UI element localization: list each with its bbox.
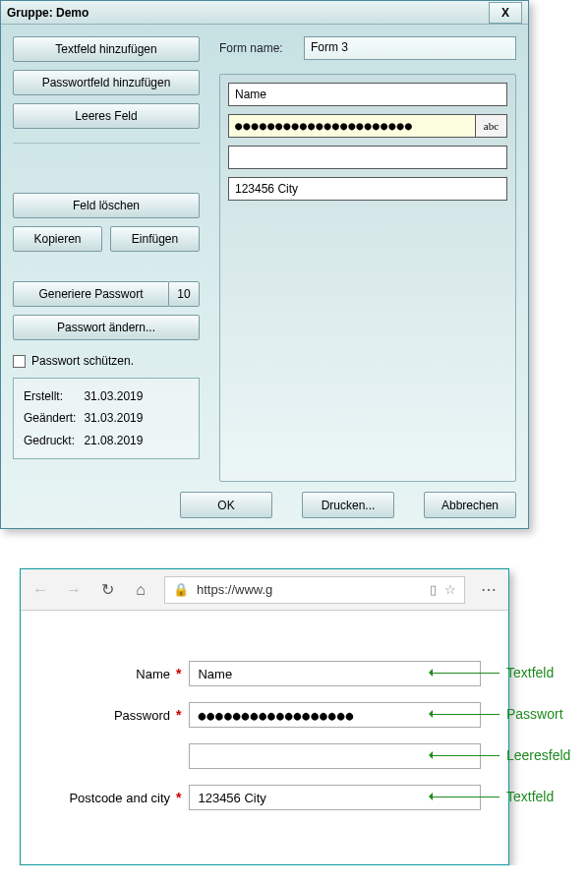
password-label: Password <box>48 708 176 723</box>
created-value: 31.03.2019 <box>84 386 143 406</box>
metadata-box: Erstellt:31.03.2019 Geändert:31.03.2019 … <box>13 378 200 459</box>
browser-page: Name * Password * * Postcode and city * <box>21 611 508 864</box>
empty-input[interactable] <box>189 743 481 769</box>
text-field-row[interactable]: 123456 City <box>228 177 507 201</box>
empty-field-row[interactable] <box>228 146 507 169</box>
changed-label: Geändert: <box>24 408 82 428</box>
required-icon: * <box>176 790 189 805</box>
form-name-label: Form name: <box>219 41 288 55</box>
form-editor-dialog: Gruppe: Demo X Textfeld hinzufügen Passw… <box>0 0 529 529</box>
sidebar: Textfeld hinzufügen Passwortfeld hinzufü… <box>13 36 200 482</box>
browser-toolbar: ← → ↻ ⌂ 🔒 https://www.g ▯ ☆ ⋯ <box>21 569 508 611</box>
password-masked: ●●●●●●●●●●●●●●●●●●●●●● <box>235 119 413 133</box>
name-label: Name <box>48 667 176 681</box>
change-password-button[interactable]: Passwort ändern... <box>13 315 200 340</box>
required-icon: * <box>176 707 189 723</box>
annotation-arrow <box>431 673 500 674</box>
add-passwordfield-button[interactable]: Passwortfeld hinzufügen <box>13 70 200 95</box>
protect-password-checkbox[interactable] <box>13 355 26 368</box>
paste-button[interactable]: Einfügen <box>110 226 200 252</box>
field-list: Name ●●●●●●●●●●●●●●●●●●●●●● abc 123456 C… <box>219 74 516 482</box>
postcode-city-input[interactable] <box>189 785 481 810</box>
titlebar: Gruppe: Demo X <box>1 1 528 25</box>
created-label: Erstellt: <box>24 386 82 406</box>
required-icon: * <box>176 666 189 681</box>
protect-password-label: Passwort schützen. <box>31 354 134 368</box>
annotation-password: Passwort <box>506 706 563 722</box>
url-bar[interactable]: 🔒 https://www.g ▯ ☆ <box>164 576 465 604</box>
lock-icon: 🔒 <box>173 582 189 597</box>
printed-value: 21.08.2019 <box>84 431 143 450</box>
postcode-city-label: Postcode and city <box>48 791 176 805</box>
browser-window: ← → ↻ ⌂ 🔒 https://www.g ▯ ☆ ⋯ Name * Pas… <box>20 568 509 865</box>
print-button[interactable]: Drucken... <box>302 492 394 518</box>
empty-field-button[interactable]: Leeres Feld <box>13 103 200 129</box>
printed-label: Gedruckt: <box>24 431 82 450</box>
divider <box>13 143 200 144</box>
form-name-input[interactable]: Form 3 <box>304 36 516 60</box>
password-reveal-toggle[interactable]: abc <box>475 115 506 137</box>
dialog-title: Gruppe: Demo <box>7 6 88 20</box>
annotation-emptyfield: Leeresfeld <box>506 747 570 763</box>
add-textfield-button[interactable]: Textfeld hinzufügen <box>13 36 200 62</box>
password-input[interactable] <box>189 702 481 728</box>
delete-field-button[interactable]: Feld löschen <box>13 193 200 218</box>
password-length-field[interactable]: 10 <box>168 281 200 307</box>
generate-password-button[interactable]: Generiere Passwort <box>13 281 168 307</box>
annotation-arrow <box>431 714 500 715</box>
ok-button[interactable]: OK <box>180 492 272 518</box>
home-icon[interactable]: ⌂ <box>131 581 150 599</box>
more-icon[interactable]: ⋯ <box>479 580 499 599</box>
url-text: https://www.g <box>197 582 422 597</box>
nav-forward-icon: → <box>64 581 84 599</box>
nav-back-icon: ← <box>30 581 50 599</box>
cancel-button[interactable]: Abbrechen <box>424 492 516 518</box>
annotation-arrow <box>431 796 500 797</box>
name-input[interactable] <box>189 661 481 686</box>
password-field-row[interactable]: ●●●●●●●●●●●●●●●●●●●●●● abc <box>228 114 507 138</box>
reading-view-icon[interactable]: ▯ <box>430 582 437 597</box>
copy-button[interactable]: Kopieren <box>13 226 102 252</box>
favorite-icon[interactable]: ☆ <box>444 582 456 597</box>
annotation-arrow <box>431 755 500 756</box>
refresh-icon[interactable]: ↻ <box>97 580 117 599</box>
annotation-textfield: Textfeld <box>506 665 554 680</box>
text-field-row[interactable]: Name <box>228 83 507 106</box>
close-button[interactable]: X <box>489 2 522 24</box>
annotation-textfield: Textfeld <box>506 789 554 804</box>
changed-value: 31.03.2019 <box>84 408 143 428</box>
